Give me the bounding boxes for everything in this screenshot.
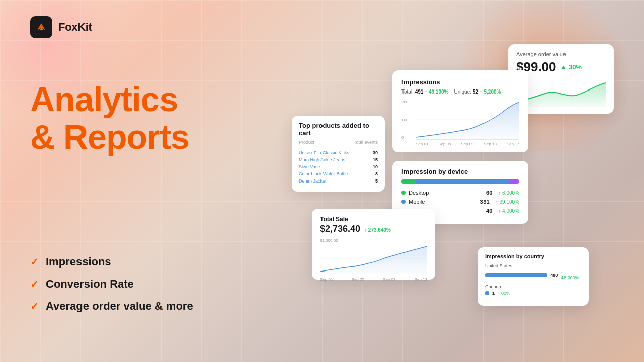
product-name-4: Color-block Water Bottle	[299, 171, 375, 176]
avg-order-pct: ▲ 30%	[560, 63, 582, 71]
country-row-us: United States 490 ↑ 48,000%	[485, 263, 582, 280]
headline-line1: Analytics & Reports	[30, 80, 189, 156]
product-row-1: Unisex Fila Classic Kicks 39	[299, 150, 378, 155]
desktop-pct: ↑ 6,000%	[498, 190, 519, 196]
tablet-pct: ↑ 4,000%	[498, 208, 519, 214]
product-row-5: Denim Jacket 5	[299, 178, 378, 184]
tablet-count: 40	[486, 208, 492, 214]
device-row-desktop: Desktop 60 ↑ 6,000%	[401, 190, 519, 196]
device-bar	[401, 179, 519, 184]
country-title: Impression by country	[485, 253, 582, 259]
device-row-mobile: Mobile 391 ↑ 39,100%	[401, 199, 519, 205]
features-list: ✓ Impressions ✓ Conversion Rate ✓ Averag…	[30, 255, 193, 322]
total-pct: ↑ 49,100%	[425, 89, 448, 95]
product-count-1: 39	[373, 150, 378, 155]
mobile-bar	[416, 179, 509, 184]
check-icon-3: ✓	[30, 300, 39, 312]
sale-title: Total Sale	[320, 216, 427, 223]
country-count-ca: 1	[492, 291, 495, 296]
country-pct-ca: ↑ 00%	[498, 291, 510, 296]
card-top-products: Top products added to cart Product Total…	[292, 116, 385, 192]
country-name-us: United States	[485, 263, 582, 268]
product-name-3: Skye Vase	[299, 164, 373, 169]
product-name-2: Mom High Ankle Jeans	[299, 157, 373, 162]
unique-label: Unique:	[454, 89, 471, 95]
product-row-4: Color-block Water Bottle 8	[299, 171, 378, 176]
logo-text: FoxKit	[58, 21, 92, 34]
desktop-dot	[401, 191, 406, 195]
product-count-3: 10	[373, 164, 378, 169]
feature-label-1: Impressions	[46, 255, 111, 268]
impressions-x-labels: Sep 01 Sep 05 Sep 09 Sep 13 Sep 17	[416, 142, 519, 146]
feature-conversion: ✓ Conversion Rate	[30, 278, 193, 291]
avg-order-value-row: $99.00 ▲ 30%	[516, 59, 606, 75]
check-icon-2: ✓	[30, 278, 39, 290]
sale-pct: ↑ 273,640%	[364, 227, 391, 233]
tablet-bar	[509, 179, 519, 184]
product-count-5: 5	[375, 178, 378, 184]
check-icon-1: ✓	[30, 256, 39, 268]
mobile-name: Mobile	[409, 199, 425, 205]
feature-label-3: Average order value & more	[46, 300, 193, 313]
avg-order-title: Average order value	[516, 51, 606, 57]
unique-val: 52	[473, 89, 478, 95]
unique-pct: ↑ 5,200%	[480, 89, 501, 95]
country-pct-us: ↑ 48,000%	[561, 270, 582, 280]
card-impressions: Impressions Total: 491 ↑ 49,100% Unique:…	[392, 70, 528, 152]
desktop-count: 60	[486, 190, 492, 196]
country-bar-ca	[485, 291, 489, 295]
product-name-5: Denim Jacket	[299, 178, 375, 184]
card-total-sale: Total Sale $2,736.40 ↑ 273,640% $1,000.0…	[312, 209, 435, 280]
mobile-count: 391	[480, 199, 489, 205]
product-count-2: 15	[373, 157, 378, 162]
product-row-2: Mom High Ankle Jeans 15	[299, 157, 378, 162]
country-count-us: 490	[550, 273, 558, 278]
product-row-3: Skye Vase 10	[299, 164, 378, 169]
impressions-y-labels: 200 100 0	[401, 100, 414, 140]
sale-chart: $1,000.00 Sep 01 Sep 05 Sep 08 Sep 13	[320, 238, 427, 274]
country-bar-us	[485, 273, 547, 277]
feature-avg-order: ✓ Average order value & more	[30, 300, 193, 313]
products-col1: Product	[299, 140, 314, 145]
device-title: Impression by device	[401, 168, 519, 175]
card-impression-by-country: Impression by country United States 490 …	[478, 247, 589, 306]
product-name-1: Unisex Fila Classic Kicks	[299, 150, 373, 155]
products-col2: Total events	[354, 140, 378, 145]
country-row-ca: Canada 1 ↑ 00%	[485, 284, 582, 296]
avg-order-chart	[516, 79, 606, 107]
country-name-ca: Canada	[485, 284, 582, 289]
impressions-chart	[416, 100, 519, 140]
desktop-bar	[401, 179, 416, 184]
mobile-dot	[401, 200, 406, 204]
products-header: Product Total events	[299, 140, 378, 147]
foxkit-logo-icon	[30, 16, 52, 38]
headline: Analytics & Reports	[30, 80, 189, 156]
feature-label-2: Conversion Rate	[46, 278, 134, 291]
total-label: Total:	[401, 89, 414, 95]
products-title: Top products added to cart	[299, 122, 378, 137]
logo-area: FoxKit	[30, 16, 92, 38]
product-count-4: 8	[375, 171, 378, 176]
total-val: 491	[415, 89, 424, 95]
mobile-pct: ↑ 39,100%	[496, 199, 519, 205]
desktop-name: Desktop	[409, 190, 429, 196]
impressions-stats: Total: 491 ↑ 49,100% Unique: 52 ↑ 5,200%	[401, 89, 519, 95]
sale-value: $2,736.40	[320, 224, 360, 234]
feature-impressions: ✓ Impressions	[30, 255, 193, 268]
impressions-title: Impressions	[401, 78, 519, 86]
